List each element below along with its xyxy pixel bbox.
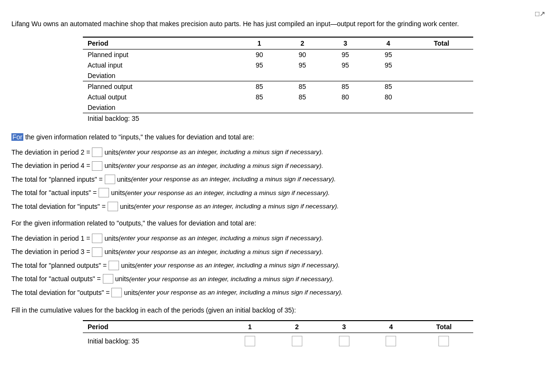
backlog-col-3: 3 xyxy=(320,321,368,333)
input-total-deviation[interactable] xyxy=(108,202,118,211)
backlog-row: Initial backlog: 35 xyxy=(83,333,473,349)
question-row: The total deviation for "inputs" = units… xyxy=(11,201,546,212)
copy-icon[interactable]: □↗ xyxy=(535,10,546,18)
question-row: The deviation in period 3 = units (enter… xyxy=(11,246,546,257)
output-total-actual[interactable] xyxy=(103,274,113,284)
question-row: The deviation in period 2 = units (enter… xyxy=(11,147,546,157)
table-row: Deviation xyxy=(83,102,473,113)
col-period: Period xyxy=(83,37,238,49)
question-row: The total for "actual inputs" = units (e… xyxy=(11,187,546,198)
col-1: 1 xyxy=(238,37,281,49)
col-4: 4 xyxy=(367,37,410,49)
backlog-period3-input[interactable] xyxy=(339,336,349,346)
backlog-col-period: Period xyxy=(83,321,227,333)
backlog-period1-input[interactable] xyxy=(245,336,255,346)
inputs-section-label: For the given information related to "in… xyxy=(11,132,546,142)
input-deviation-period2[interactable] xyxy=(92,147,102,157)
backlog-col-2: 2 xyxy=(273,321,320,333)
output-deviation-period3[interactable] xyxy=(92,247,102,257)
table-row: Actual input 95 95 95 95 xyxy=(83,60,473,70)
table-row: Actual output 85 85 80 80 xyxy=(83,92,473,102)
backlog-table: Period 1 2 3 4 Total Initial backlog: 35 xyxy=(83,320,473,349)
backlog-period4-input[interactable] xyxy=(386,336,396,346)
col-total: Total xyxy=(410,37,473,49)
intro-text: Lifang Wu owns an automated machine shop… xyxy=(11,19,535,29)
col-2: 2 xyxy=(281,37,324,49)
output-total-deviation[interactable] xyxy=(111,288,122,297)
backlog-col-4: 4 xyxy=(368,321,415,333)
backlog-period2-input[interactable] xyxy=(292,336,302,346)
input-output-table: Period 1 2 3 4 Total Planned input 90 90… xyxy=(83,37,473,124)
inputs-questions: The deviation in period 2 = units (enter… xyxy=(11,147,546,212)
question-row: The total for "planned inputs" = units (… xyxy=(11,174,546,185)
table-row: Initial backlog: 35 xyxy=(83,113,473,124)
outputs-questions: The deviation in period 1 = units (enter… xyxy=(11,233,546,298)
highlight-for: For xyxy=(11,133,23,141)
backlog-total-input[interactable] xyxy=(438,336,449,346)
input-total-actual[interactable] xyxy=(99,188,109,197)
outputs-section-label: For the given information related to "ou… xyxy=(11,218,546,228)
backlog-col-1: 1 xyxy=(227,321,274,333)
input-total-planned[interactable] xyxy=(105,175,115,184)
col-3: 3 xyxy=(324,37,367,49)
question-row: The deviation in period 1 = units (enter… xyxy=(11,233,546,244)
input-deviation-period4[interactable] xyxy=(92,161,102,171)
output-total-planned[interactable] xyxy=(109,261,119,270)
question-row: The total deviation for "outputs" = unit… xyxy=(11,287,546,298)
backlog-col-total: Total xyxy=(415,321,473,333)
question-row: The total for "planned outputs" = units … xyxy=(11,260,546,271)
question-row: The total for "actual outputs" = units (… xyxy=(11,274,546,284)
table-row: Deviation xyxy=(83,70,473,81)
table-row: Planned output 85 85 85 85 xyxy=(83,81,473,92)
table-row: Planned input 90 90 95 95 xyxy=(83,49,473,60)
backlog-section-label: Fill in the cumulative values for the ba… xyxy=(11,305,546,315)
question-row: The deviation in period 4 = units (enter… xyxy=(11,160,546,171)
output-deviation-period1[interactable] xyxy=(92,234,102,243)
